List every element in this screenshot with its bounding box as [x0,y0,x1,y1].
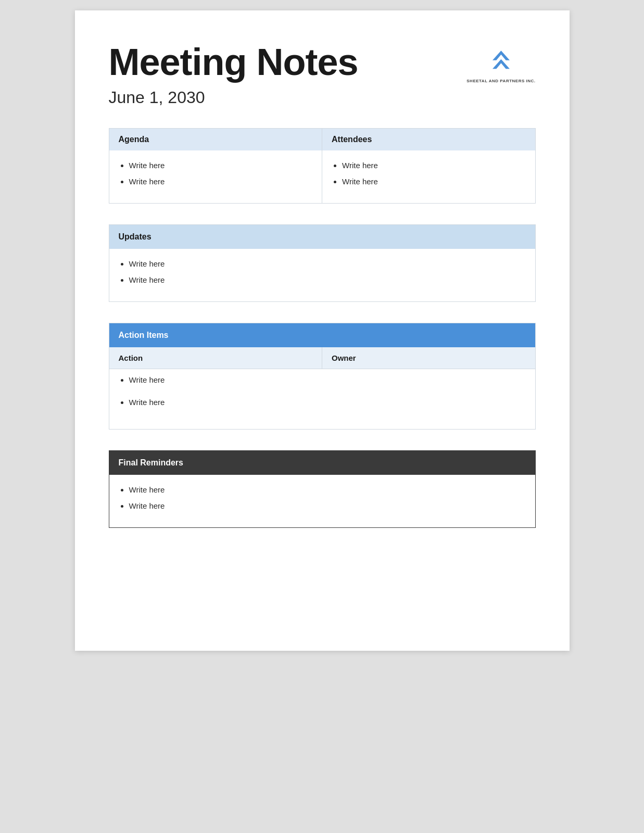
list-item: Write here [129,484,526,496]
final-reminders-list: Write here Write here [124,484,526,512]
final-reminders-section: Final Reminders Write here Write here [109,450,536,528]
list-item: Write here [129,258,526,270]
action-col-header: Action [109,347,323,369]
list-item: Write here [129,397,526,409]
attendees-list: Write here Write here [337,160,526,187]
agenda-content: Write here Write here [109,150,322,203]
company-logo-icon [487,47,515,75]
list-item: Write here [129,500,526,512]
list-item: Write here [342,160,526,172]
list-item: Write here [342,176,526,188]
agenda-column: Agenda Write here Write here [109,129,323,203]
agenda-header: Agenda [109,129,322,150]
agenda-list: Write here Write here [124,160,313,187]
updates-header: Updates [109,225,535,249]
svg-marker-0 [493,51,510,60]
logo-area: SHEETAL AND PARTNERS INC. [466,47,535,84]
page-date: June 1, 2030 [109,88,536,107]
updates-list: Write here Write here [124,258,526,286]
action-rows: Write here Write here [109,369,535,429]
list-item: Write here [129,374,526,386]
action-items-section: Action Items Action Owner Write here Wri… [109,323,536,430]
list-item: Write here [129,274,526,286]
svg-marker-1 [493,59,510,69]
final-reminders-content: Write here Write here [109,475,535,527]
document-page: Meeting Notes June 1, 2030 SHEETAL AND P… [75,10,570,651]
action-table-header: Action Owner [109,347,535,369]
agenda-attendees-section: Agenda Write here Write here Attendees W… [109,128,536,204]
owner-col-header: Owner [322,347,535,369]
header-section: Meeting Notes June 1, 2030 SHEETAL AND P… [109,42,536,107]
updates-section: Updates Write here Write here [109,224,536,302]
attendees-header: Attendees [322,129,535,150]
updates-content: Write here Write here [109,249,535,301]
company-name: SHEETAL AND PARTNERS INC. [466,78,535,84]
final-reminders-header: Final Reminders [109,451,535,475]
action-items-header: Action Items [109,323,535,347]
attendees-content: Write here Write here [322,150,535,203]
list-item: Write here [129,176,313,188]
attendees-column: Attendees Write here Write here [322,129,535,203]
action-list: Write here Write here [124,374,526,408]
list-item: Write here [129,160,313,172]
